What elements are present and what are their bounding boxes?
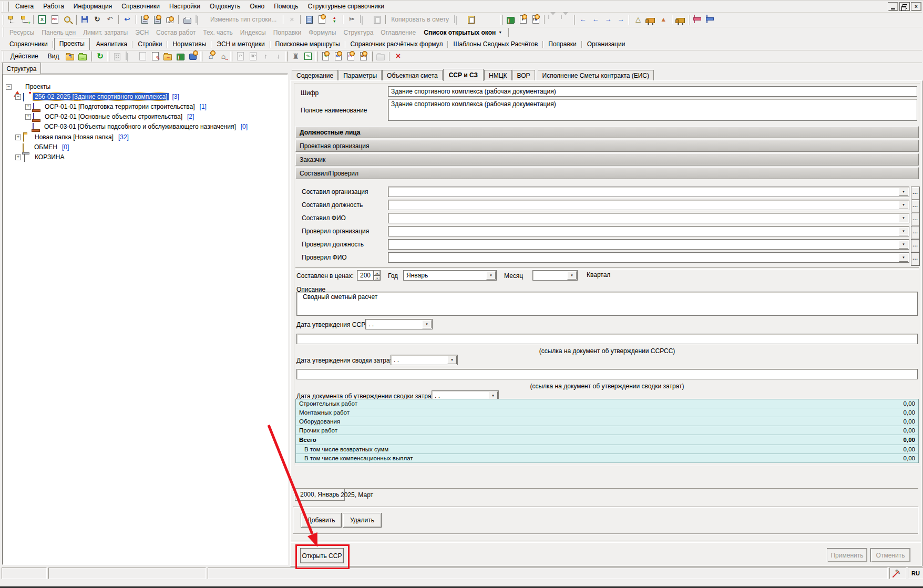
panel-strip-item[interactable]: Формулы [305,28,340,37]
chevron-down-icon[interactable]: ▼ [486,271,496,280]
cut-button[interactable]: ✂ [345,13,358,26]
tree-item-osr-02-01[interactable]: + ОСР-02-01 [Основные объекты строительс… [25,112,194,121]
totals-row[interactable]: Строительных работ0,00 [296,399,918,408]
totals-row[interactable]: Оборудования0,00 [296,417,918,426]
date-svodka-combo[interactable]: . .▼ [391,355,458,365]
level-up-button[interactable]: ← [589,13,602,26]
restore-button[interactable] [899,2,910,11]
resources-compass-button[interactable]: △ [632,13,644,26]
tab-ispolnenie-eis[interactable]: Исполнение Сметы контракта (ЕИС) [538,70,654,81]
tree-item-osr-03-01[interactable]: ОСР-03-01 [Объекты подсобного и обслужив… [33,122,248,131]
move-down-button[interactable]: ↓ [272,50,284,63]
tab-analitika[interactable]: Аналитика [91,39,132,50]
expand-icon[interactable]: + [15,135,21,140]
folder-up-button[interactable]: ↰ [64,50,76,63]
sort-button[interactable]: ▲▼ [328,13,341,26]
style-button[interactable] [187,50,199,63]
menu-deystvie[interactable]: Действие [6,51,43,61]
spin-up-button[interactable]: ▲ [374,270,381,275]
panel-strip-item[interactable]: Состав работ [152,28,199,37]
tab-proekty[interactable]: Проекты [54,38,90,50]
tab-spravochnik-formul[interactable]: Справочник расчётных формул [345,39,448,50]
excel-export-button[interactable] [36,13,48,26]
tree-root-projects[interactable]: − Проекты [6,82,52,91]
link-ssrcc-input[interactable] [296,334,918,344]
doc-p-button[interactable]: P [517,13,529,26]
tab-normativy[interactable]: Нормативы [167,39,211,50]
checked-post-browse-button[interactable]: ... [911,239,920,253]
period-tab-2025[interactable]: 2025, Март [341,491,373,499]
panel-strip-item[interactable]: Структура [340,28,377,37]
layers-red-button[interactable] [692,13,704,26]
chevron-down-icon[interactable]: ▼ [447,356,457,364]
tab-nmck[interactable]: НМЦК [484,70,512,81]
sheet-settings-button[interactable] [315,13,328,26]
house-settings-button[interactable]: ⌂ [204,50,217,63]
quarter-combo[interactable]: ▼ [532,270,578,281]
compiled-org-browse-button[interactable]: ... [911,187,920,200]
chevron-down-icon[interactable]: ▼ [567,271,577,280]
pdf-export-button[interactable]: PDF [48,13,61,26]
toolbar-grip[interactable] [315,51,317,61]
chevron-down-icon[interactable]: ▼ [899,227,908,235]
section-customer[interactable]: Заказчик [295,153,919,166]
collapse-all-button[interactable]: − [76,50,89,63]
totals-row[interactable]: Прочих работ0,00 [296,426,918,435]
checked-org-browse-button[interactable]: ... [911,226,920,240]
chevron-down-icon[interactable]: ▼ [899,188,908,196]
cards-button[interactable] [124,50,136,63]
print-button[interactable] [181,13,193,26]
chevron-down-icon[interactable]: ▼ [899,201,908,209]
return-from-excel-button[interactable]: ↩ [121,13,134,26]
panel-strip-item[interactable]: Поправки [270,28,305,37]
add-server-button[interactable] [138,13,151,26]
compiled-fio-combo[interactable]: ▼ [388,213,909,223]
menu-okno[interactable]: Окно [245,1,269,12]
add-server-copy-button[interactable] [151,13,163,26]
percent-table-button[interactable] [302,50,314,63]
toolbar-grip[interactable] [573,15,575,25]
level-down-right-button[interactable]: → [614,13,627,26]
close-button[interactable]: × [911,2,921,11]
menu-smeta[interactable]: Смета [11,1,38,12]
toolbar-grip[interactable] [7,2,9,12]
level-up-left-button[interactable]: ← [577,13,589,26]
panel-strip-item[interactable]: Индексы [237,28,270,37]
m2-norms-button[interactable]: М2 [332,50,344,63]
collapse-icon[interactable]: − [15,94,21,100]
machines-button[interactable] [644,13,657,26]
edit-object-button[interactable]: ✎ [149,50,161,63]
move-up-button[interactable]: ↑ [259,50,272,63]
paste-button[interactable] [371,13,383,26]
delete-button[interactable]: × [392,50,404,63]
expand-icon[interactable]: + [25,114,31,120]
filter-clear-button[interactable] [559,13,572,26]
panel-strip-item[interactable]: Оглавление [377,28,419,37]
copy-button[interactable] [358,13,371,26]
doc-pr-button[interactable]: ПР [247,50,259,63]
compiled-fio-browse-button[interactable]: ... [911,213,920,226]
expand-icon[interactable]: + [25,104,31,110]
materials-button[interactable]: ▲ [657,13,670,26]
toolbar-grip[interactable] [2,27,4,37]
tab-spravochniki[interactable]: Справочники [4,39,53,50]
fullname-input[interactable]: Здание спортивного комплекса (рабочая до… [388,99,917,121]
expand-icon[interactable]: + [15,154,21,160]
paste-clipboard-button[interactable] [465,13,477,26]
toolbar-grip[interactable] [2,15,4,25]
totals-row[interactable]: В том числе возвратных сумм0,00 [296,445,918,454]
copy-pages-button[interactable] [452,13,465,26]
delete-row-button[interactable]: × [285,13,298,26]
filter-add-button[interactable] [547,13,559,26]
minimize-button[interactable] [888,2,898,11]
tree-item-osr-01-01[interactable]: + ОСР-01-01 [Подготовка территории строи… [25,102,207,111]
compiled-org-combo[interactable]: ▼ [388,187,909,197]
toolbar-grip[interactable] [90,51,92,61]
new-folder-button[interactable] [374,50,387,63]
fz-norms-button[interactable]: ФЗ [357,50,370,63]
tab-vor[interactable]: ВОР [512,70,535,81]
tab-struktura[interactable]: Структура [2,63,41,74]
checked-fio-browse-button[interactable]: ... [911,252,920,266]
panel-strip-item[interactable]: Лимит. затраты [79,28,131,37]
section-proj-org[interactable]: Проектная организация [295,140,919,152]
